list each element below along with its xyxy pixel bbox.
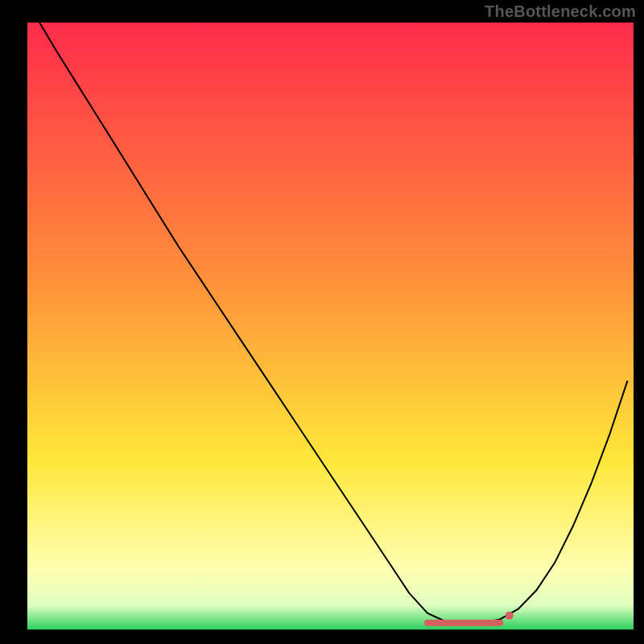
- chart-frame: TheBottleneck.com: [0, 0, 644, 644]
- watermark-text: TheBottleneck.com: [485, 2, 636, 21]
- svg-rect-0: [27, 23, 634, 630]
- bottleneck-chart: [27, 23, 634, 630]
- optimal-point-marker: [506, 612, 514, 620]
